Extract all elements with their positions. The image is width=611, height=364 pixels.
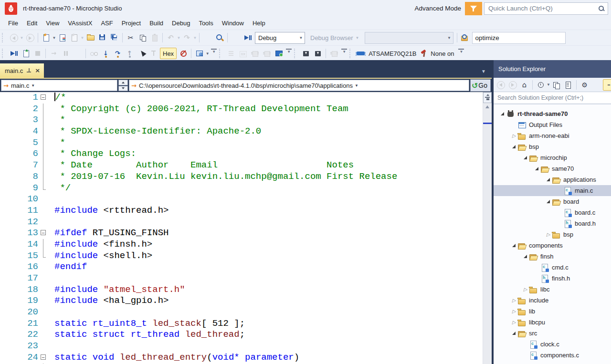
solution-configurations-combo[interactable]: Debug▼ (255, 32, 305, 44)
selected-debugger-tool[interactable]: None on (420, 48, 456, 59)
expanded-arrow-icon[interactable] (498, 112, 506, 115)
tree-item-clock-c[interactable]: cclock.c (494, 339, 611, 350)
menu-edit[interactable]: Edit (22, 18, 42, 29)
menu-help[interactable]: Help (248, 18, 270, 29)
save-icon[interactable] (97, 32, 108, 43)
code-editor[interactable]: 1/*2 * Copyright (c) 2006-2021, RT-Threa… (0, 92, 492, 364)
start-debugging-icon[interactable] (242, 32, 253, 43)
navigate-backward-icon[interactable] (8, 32, 19, 43)
menu-project[interactable]: Project (117, 18, 145, 29)
dropdown-caret-icon[interactable]: ▼ (20, 32, 24, 43)
disable-all-breakpoints-icon[interactable] (178, 48, 189, 59)
save-all-icon[interactable] (109, 32, 120, 43)
se-preview-selected-items-icon[interactable]: – (603, 79, 611, 91)
dropdown-caret-icon[interactable]: ▼ (52, 32, 56, 43)
quickwatch-icon[interactable] (88, 48, 99, 59)
registers-window-icon[interactable] (237, 48, 248, 59)
se-forward-icon[interactable] (507, 79, 518, 91)
toolbar-grip[interactable] (294, 49, 298, 58)
toolbar-overflow-icon[interactable]: ▼ (211, 49, 217, 58)
start-without-debugging-icon[interactable] (230, 32, 241, 43)
close-icon[interactable]: × (35, 68, 40, 73)
dropdown-caret-icon[interactable]: ▼ (177, 32, 181, 43)
collapsed-arrow-icon[interactable]: ▷ (510, 309, 518, 314)
program-device-fuses-icon[interactable] (312, 48, 323, 59)
undo-icon[interactable]: ↶ (165, 32, 176, 43)
editor-scrollbar[interactable] (483, 92, 492, 364)
menu-tools[interactable]: Tools (194, 18, 217, 29)
se-collapse-all-icon[interactable] (563, 79, 574, 91)
toolbar-overflow-icon[interactable]: ▼ (286, 49, 292, 58)
debug-browser-dropdown[interactable]: Debug Browser▼ (307, 32, 362, 43)
expanded-arrow-icon[interactable] (510, 244, 518, 247)
se-sync-with-active-document-icon[interactable] (551, 79, 562, 91)
toolbar-grip[interactable] (2, 49, 6, 58)
spinner-up-button[interactable] (118, 80, 128, 85)
new-project-icon[interactable] (69, 32, 80, 43)
tree-item-libc[interactable]: ▷libc (494, 284, 611, 295)
solution-explorer-title[interactable]: Solution Explorer (494, 60, 611, 78)
toolbar-grip[interactable] (219, 49, 223, 58)
menu-window[interactable]: Window (218, 18, 248, 29)
expanded-arrow-icon[interactable] (510, 145, 518, 148)
tree-item-applications[interactable]: applications (494, 174, 611, 185)
tree-item-finsh[interactable]: finsh (494, 251, 611, 262)
menu-view[interactable]: View (42, 18, 63, 29)
tree-item-arm-none-eabi[interactable]: ▷arm-none-eabi (494, 130, 611, 141)
se-properties-icon[interactable]: ⚙ (579, 79, 590, 91)
toolbar-overflow-icon[interactable]: ▼ (341, 49, 347, 58)
tree-item-board-h[interactable]: hboard.h (494, 218, 611, 229)
memory-window-icon[interactable] (194, 48, 205, 59)
step-into-icon[interactable]: ↓ (100, 48, 111, 59)
expanded-arrow-icon[interactable] (510, 332, 518, 335)
break-all-icon[interactable] (60, 48, 71, 59)
dropdown-caret-icon[interactable]: ▼ (547, 79, 550, 91)
vax-search-input[interactable]: optimize (472, 32, 566, 44)
se-home-icon[interactable]: ⌂ (519, 79, 530, 91)
tab-main-c[interactable]: main.c × (0, 63, 44, 78)
toolbar-grip[interactable] (349, 49, 353, 58)
go-button[interactable]: ↺ Go (470, 79, 491, 92)
undefined-icon[interactable] (591, 79, 602, 91)
toolbar-grip[interactable] (2, 33, 6, 42)
fold-collapse-icon[interactable] (38, 352, 53, 364)
se-pending-changes-filter-icon[interactable] (535, 79, 546, 91)
scroll-up-button[interactable] (483, 103, 492, 110)
tree-item-finsh-h[interactable]: hfinsh.h (494, 273, 611, 284)
tree-item-cmd-c[interactable]: ccmd.c (494, 262, 611, 273)
menu-vassistx[interactable]: VAssistX (63, 18, 96, 29)
collapsed-arrow-icon[interactable]: ▷ (510, 133, 518, 138)
toggle-cursor-icon[interactable] (136, 48, 147, 59)
properties-window-icon[interactable] (202, 32, 213, 43)
selected-device[interactable]: ATSAME70Q21B (356, 48, 419, 59)
collapsed-arrow-icon[interactable]: ▷ (521, 287, 529, 292)
expanded-arrow-icon[interactable] (521, 156, 529, 159)
split-handle-icon[interactable] (483, 92, 492, 103)
show-next-statement-icon[interactable]: → (48, 48, 59, 59)
menu-file[interactable]: File (4, 18, 22, 29)
stop-debugging-icon[interactable] (32, 48, 43, 59)
program-device-icon[interactable] (300, 48, 311, 59)
open-file-icon[interactable] (85, 32, 96, 43)
step-over-icon[interactable]: ↷ (112, 48, 123, 59)
navigate-forward-icon[interactable] (24, 32, 35, 43)
tree-item-src[interactable]: src (494, 328, 611, 339)
advanced-mode-filter-button[interactable] (465, 2, 482, 15)
vax-open-file-in-solution-icon[interactable] (460, 32, 471, 43)
menu-build[interactable]: Build (145, 18, 168, 29)
tree-item-board[interactable]: board (494, 196, 611, 207)
collapsed-arrow-icon[interactable]: ▷ (510, 320, 518, 325)
dropdown-caret-icon[interactable]: ▼ (193, 32, 197, 43)
expanded-arrow-icon[interactable] (544, 200, 552, 203)
step-out-icon[interactable]: ↑ (124, 48, 135, 59)
device-pack-manager-icon[interactable] (261, 48, 272, 59)
dropdown-caret-icon[interactable]: ▼ (80, 32, 84, 43)
se-back-icon[interactable] (495, 79, 506, 91)
expanded-arrow-icon[interactable] (521, 255, 529, 258)
redo-icon[interactable]: ↷ (181, 32, 192, 43)
file-path-combo[interactable]: → C:\ \opensource\Downloads\rt-thread-4.… (129, 80, 469, 91)
run-to-cursor-icon[interactable] (148, 48, 159, 59)
hex-display-toggle-button[interactable]: Hex (160, 48, 177, 59)
add-new-item-icon[interactable] (57, 32, 68, 43)
tree-item-components[interactable]: components (494, 240, 611, 251)
